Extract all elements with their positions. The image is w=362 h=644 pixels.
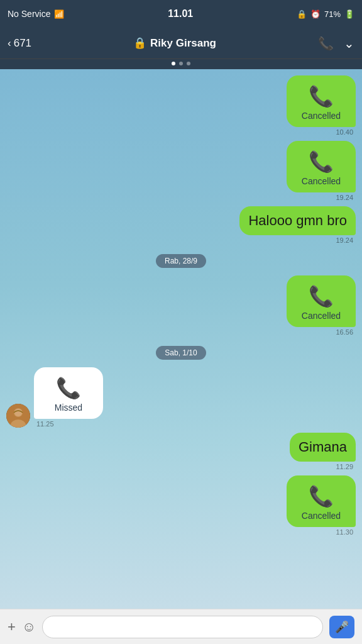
emoji-button[interactable]: ☺ (22, 619, 36, 635)
back-chevron-icon: ‹ (8, 37, 11, 50)
lock-status-icon: 🔒 (297, 9, 307, 19)
dot-3 (187, 62, 190, 65)
date-divider: Rab, 28/9 (6, 254, 356, 268)
message-bubble: 📞 Cancelled (287, 75, 356, 127)
contact-name: Riky Girsang (150, 37, 216, 50)
alarm-icon: ⏰ (310, 9, 321, 19)
call-button[interactable]: 📞 (318, 36, 334, 51)
mic-button[interactable]: 🎤 (329, 616, 354, 638)
chevron-down-icon[interactable]: ⌄ (344, 36, 354, 51)
bubble-wrap: 📞 Cancelled 19.24 (287, 141, 356, 201)
mic-icon: 🎤 (335, 620, 349, 634)
battery-icon: 🔋 (344, 9, 354, 19)
avatar-image (6, 404, 30, 428)
svg-point-3 (14, 409, 22, 416)
status-left: No Service 📶 (8, 9, 64, 19)
date-label: Rab, 28/9 (156, 254, 206, 268)
chat-area: 📞 Cancelled 10.40 📞 Cancelled 19.24Haloo… (0, 69, 362, 609)
message-row: 📞 Missed 11.25 (6, 367, 356, 428)
battery-label: 71% (324, 9, 341, 19)
call-label: Missed (55, 402, 82, 413)
nav-bar: ‹ 671 🔒 Riky Girsang 📞 ⌄ (0, 28, 362, 59)
message-row: 📞 Cancelled 10.40 (6, 75, 356, 136)
status-right: 🔒 ⏰ 71% 🔋 (297, 9, 354, 19)
message-bubble: 📞 Missed (34, 367, 103, 419)
message-row: Halooo gmn bro19.24 (6, 206, 356, 244)
call-label: Cancelled (302, 111, 341, 121)
message-timestamp: 11.30 (333, 528, 356, 536)
bubble-wrap: Halooo gmn bro19.24 (239, 206, 356, 244)
call-label: Cancelled (302, 176, 341, 186)
date-label: Sab, 1/10 (156, 346, 206, 360)
message-row: 📞 Cancelled 19.24 (6, 141, 356, 201)
message-bubble: 📞 Cancelled (287, 475, 356, 527)
bubble-wrap: Gimana11.29 (290, 433, 356, 470)
avatar (6, 404, 30, 428)
message-row: 📞 Cancelled 16.56 (6, 275, 356, 336)
phone-icon: 📞 (309, 84, 334, 108)
carrier-label: No Service (8, 9, 50, 19)
page-dots (0, 59, 362, 69)
bubble-wrap: 📞 Cancelled 16.56 (287, 275, 356, 336)
message-timestamp: 19.24 (333, 236, 356, 244)
phone-icon: 📞 (309, 150, 334, 174)
bubble-wrap: 📞 Cancelled 10.40 (287, 75, 356, 136)
phone-icon: 📞 (309, 284, 334, 308)
plus-button[interactable]: + (8, 619, 16, 635)
message-bubble: 📞 Cancelled (287, 141, 356, 192)
bubble-wrap: 📞 Missed 11.25 (34, 367, 103, 428)
phone-icon: 📞 (309, 484, 334, 508)
back-button[interactable]: ‹ 671 (8, 37, 31, 50)
bubble-wrap: 📞 Cancelled 11.30 (287, 475, 356, 536)
message-timestamp: 16.56 (333, 328, 356, 336)
wifi-icon: 📶 (54, 9, 64, 19)
call-label: Cancelled (302, 311, 341, 321)
call-label: Cancelled (302, 511, 341, 521)
nav-actions: 📞 ⌄ (318, 36, 354, 51)
message-timestamp: 19.24 (333, 194, 356, 201)
bottom-bar: + ☺ 🎤 (0, 609, 362, 644)
text-bubble: Halooo gmn bro (239, 206, 356, 235)
message-input[interactable] (42, 616, 323, 638)
message-row: 📞 Cancelled 11.30 (6, 475, 356, 536)
status-time: 11.01 (168, 8, 193, 19)
date-divider: Sab, 1/10 (6, 346, 356, 360)
phone-icon: 📞 (56, 376, 81, 400)
message-timestamp: 11.25 (34, 420, 57, 428)
nav-lock-icon: 🔒 (133, 36, 146, 50)
message-timestamp: 10.40 (333, 128, 356, 136)
text-bubble: Gimana (290, 433, 356, 462)
message-timestamp: 11.29 (333, 463, 356, 470)
back-label: 671 (14, 37, 31, 50)
message-row: Gimana11.29 (6, 433, 356, 470)
dot-1 (172, 62, 175, 65)
status-bar: No Service 📶 11.01 🔒 ⏰ 71% 🔋 (0, 0, 362, 28)
dot-2 (179, 62, 183, 65)
nav-title: 🔒 Riky Girsang (133, 36, 216, 50)
message-bubble: 📞 Cancelled (287, 275, 356, 327)
